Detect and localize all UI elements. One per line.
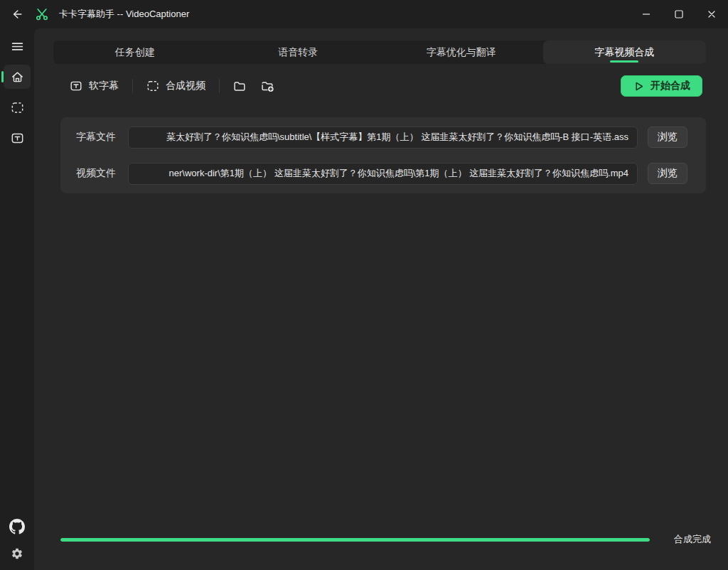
tab-label: 字幕视频合成 [594, 46, 654, 59]
subtitle-file-label: 字幕文件 [76, 131, 128, 144]
github-icon [9, 519, 25, 534]
start-synthesis-label: 开始合成 [651, 80, 690, 92]
start-synthesis-button[interactable]: 开始合成 [621, 75, 702, 97]
toolbar: 软字幕 合成视频 [63, 74, 702, 98]
tab-label: 任务创建 [115, 46, 155, 59]
main-content: 任务创建 语音转录 字幕优化与翻译 字幕视频合成 [34, 28, 728, 570]
add-to-folder-button[interactable] [254, 75, 282, 97]
subtitle-t-icon [11, 131, 24, 145]
subtitle-browse-button[interactable]: 浏览 [648, 127, 687, 148]
tab-label: 语音转录 [278, 46, 318, 59]
tab-subtitle-video-synthesis[interactable]: 字幕视频合成 [543, 41, 707, 64]
open-folder-button[interactable] [226, 75, 254, 97]
sidebar-item-video[interactable] [4, 95, 31, 119]
active-indicator [1, 71, 4, 82]
settings-button[interactable] [4, 542, 31, 566]
sidebar-item-home[interactable] [4, 65, 31, 89]
maximize-icon [673, 9, 685, 20]
subtitle-file-input[interactable]: 菜太好割了？你知识焦虑吗\subtitle\【样式字幕】第1期（上） 这届韭菜太… [128, 127, 638, 149]
soft-subtitle-label: 软字幕 [89, 80, 119, 92]
sidebar-item-subtitle[interactable] [4, 126, 31, 150]
video-browse-button[interactable]: 浏览 [648, 163, 687, 184]
folder-icon [233, 80, 247, 93]
arrow-left-icon [11, 8, 23, 21]
pivot-tabbar: 任务创建 语音转录 字幕优化与翻译 字幕视频合成 [53, 41, 706, 64]
video-file-row: 视频文件 ner\work-dir\第1期（上） 这届韭菜太好割了？你知识焦虑吗… [76, 162, 687, 185]
film-icon [11, 101, 24, 114]
minimize-icon [641, 9, 652, 20]
tab-subtitle-optimize-translate[interactable]: 字幕优化与翻译 [380, 41, 543, 64]
app-logo-scissors-icon [35, 7, 49, 21]
toolbar-separator [132, 79, 133, 93]
file-form-card: 字幕文件 菜太好割了？你知识焦虑吗\subtitle\【样式字幕】第1期（上） … [60, 117, 706, 193]
film-icon [146, 80, 159, 92]
close-button[interactable] [695, 0, 728, 28]
status-row: 合成完成 [60, 532, 711, 547]
tab-task-create[interactable]: 任务创建 [53, 41, 217, 64]
sidebar [0, 28, 34, 570]
gear-icon [11, 547, 23, 560]
home-icon [11, 70, 24, 84]
play-icon [633, 80, 645, 92]
titlebar: 卡卡字幕助手 -- VideoCaptioner [0, 0, 728, 28]
tab-speech-transcribe[interactable]: 语音转录 [217, 41, 380, 64]
synthesize-video-label: 合成视频 [166, 80, 205, 92]
github-button[interactable] [4, 515, 31, 539]
toolbar-separator [219, 79, 220, 93]
progress-fill [60, 538, 650, 542]
progress-bar [60, 538, 650, 542]
window-title: 卡卡字幕助手 -- VideoCaptioner [59, 8, 189, 21]
back-button[interactable] [4, 0, 30, 28]
text-box-icon [70, 80, 82, 92]
video-file-input[interactable]: ner\work-dir\第1期（上） 这届韭菜太好割了？你知识焦虑吗\第1期（… [128, 163, 638, 185]
status-text: 合成完成 [674, 533, 711, 546]
tab-label: 字幕优化与翻译 [427, 46, 496, 59]
menu-button[interactable] [4, 34, 31, 58]
folder-plus-icon [261, 80, 274, 93]
minimize-button[interactable] [630, 0, 663, 28]
subtitle-file-path: 菜太好割了？你知识焦虑吗\subtitle\【样式字幕】第1期（上） 这届韭菜太… [166, 131, 628, 144]
maximize-button[interactable] [663, 0, 695, 28]
subtitle-file-row: 字幕文件 菜太好割了？你知识焦虑吗\subtitle\【样式字幕】第1期（上） … [76, 126, 687, 149]
video-file-path: ner\work-dir\第1期（上） 这届韭菜太好割了？你知识焦虑吗\第1期（… [169, 167, 628, 180]
tab-active-indicator [610, 60, 638, 63]
soft-subtitle-toggle[interactable]: 软字幕 [63, 75, 126, 97]
synthesize-video-toggle[interactable]: 合成视频 [139, 75, 213, 97]
close-icon [706, 9, 717, 20]
hamburger-icon [11, 40, 24, 53]
empty-area [34, 193, 728, 532]
video-file-label: 视频文件 [76, 167, 128, 180]
